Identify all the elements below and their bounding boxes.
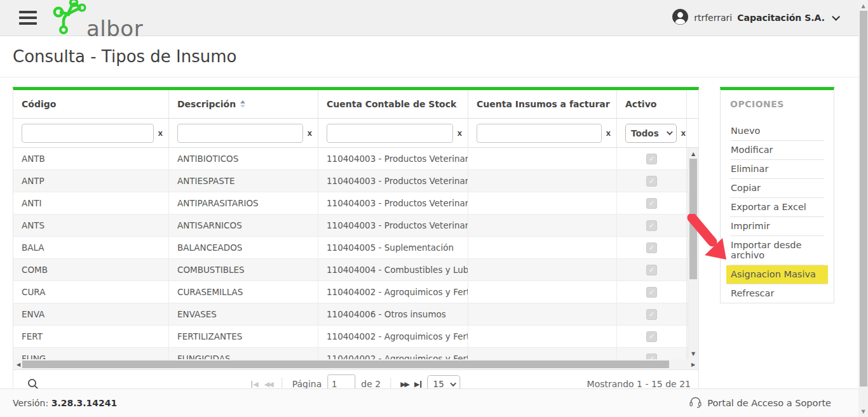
logo-molecule-icon (51, 0, 90, 39)
clear-filter-button[interactable]: x (308, 128, 318, 138)
pager-of-label: de 2 (361, 379, 381, 389)
options-menu-item-imprimir[interactable]: Imprimir (730, 217, 824, 236)
version-number: 3.28.3.14241 (51, 398, 118, 408)
page-scrollbar-thumb[interactable] (860, 11, 867, 387)
active-checkbox-checked-icon (646, 220, 657, 231)
active-checkbox-checked-icon (646, 176, 657, 187)
user-name: rtrferrari (694, 13, 732, 23)
menu-hamburger-button[interactable] (19, 11, 37, 25)
app-logo[interactable]: albor (51, 0, 143, 39)
options-menu-item-importar-desde-archivo[interactable]: Importar desde archivo (730, 236, 824, 265)
filter-codigo-input[interactable] (22, 124, 154, 143)
active-checkbox-checked-icon (646, 309, 657, 320)
column-header-activo[interactable]: Activo (617, 90, 687, 118)
table-row[interactable]: COMB COMBUSTIBLES 110404004 - Combustibl… (13, 259, 698, 281)
active-checkbox-checked-icon (646, 287, 657, 298)
vertical-scrollbar-thumb[interactable] (689, 159, 697, 279)
horizontal-scrollbar-thumb[interactable] (22, 361, 669, 368)
options-list: Nuevo Modificar Eliminar Copiar Exportar… (730, 122, 824, 303)
insumos-table: Código Descripción Cuenta Contable de St… (13, 87, 699, 399)
pager-summary: Mostrando 1 - 15 de 21 (587, 379, 691, 389)
pager-page-label: Página (292, 379, 322, 389)
support-portal-link[interactable]: Portal de Acceso a Soporte (689, 396, 831, 410)
active-checkbox-checked-icon (646, 154, 657, 164)
pager-first-button[interactable]: ◀ (251, 381, 258, 388)
table-filter-row: x x x x Todos x (13, 119, 698, 148)
pager-last-button[interactable]: ▶ (414, 381, 421, 388)
scroll-up-icon[interactable]: ▲ (688, 149, 698, 158)
options-menu-item-copiar[interactable]: Copiar (730, 179, 824, 198)
clear-filter-button[interactable]: x (158, 128, 168, 138)
options-menu-item-refrescar[interactable]: Refrescar (730, 284, 824, 303)
table-header-row: Código Descripción Cuenta Contable de St… (13, 90, 698, 119)
scroll-down-icon[interactable]: ▼ (858, 407, 868, 416)
title-bar: Consulta - Tipos de Insumo (0, 36, 868, 77)
table-row[interactable]: FUNG FUNGICIDAS 110404002 - Agroquimicos… (13, 348, 698, 359)
active-checkbox-checked-icon (646, 354, 657, 360)
page-title: Consulta - Tipos de Insumo (13, 47, 237, 66)
clear-filter-button[interactable]: x (681, 128, 691, 138)
topbar: albor rtrferrari Capacitación S.A. (0, 0, 868, 36)
options-menu-item-eliminar[interactable]: Eliminar (730, 160, 824, 179)
footer: Versión: 3.28.3.14241 Portal de Acceso a… (0, 388, 868, 417)
options-menu-item-modificar[interactable]: Modificar (730, 141, 824, 160)
active-checkbox-checked-icon (646, 198, 657, 209)
table-vertical-scrollbar[interactable]: ▲ ▼ (688, 148, 698, 359)
scroll-down-icon[interactable]: ▼ (688, 349, 698, 358)
sort-icon[interactable] (240, 100, 245, 108)
column-header-cuenta-stock[interactable]: Cuenta Contable de Stock (318, 90, 468, 118)
clear-filter-button[interactable]: x (458, 128, 468, 138)
options-menu-item-nuevo[interactable]: Nuevo (730, 122, 824, 141)
filter-activo-select[interactable]: Todos (625, 124, 677, 143)
table-row[interactable]: CURA CURASEMILLAS 110404002 - Agroquimic… (13, 281, 698, 303)
chevron-down-icon (667, 129, 673, 135)
table-row[interactable]: ANTP ANTIESPASTE 110404003 - Productos V… (13, 170, 698, 192)
filter-descripcion-input[interactable] (177, 124, 303, 143)
chevron-down-icon (451, 380, 457, 387)
avatar-icon (672, 8, 689, 28)
column-header-cuenta-facturar[interactable]: Cuenta Insumos a facturar (468, 90, 617, 118)
table-row[interactable]: ANTB ANTIBIOTICOS 110404003 - Productos … (13, 148, 698, 170)
table-row[interactable]: ANTI ANTIPARASITARIOS 110404003 - Produc… (13, 192, 698, 215)
column-header-descripcion[interactable]: Descripción (169, 90, 318, 118)
options-panel: OPCIONES Nuevo Modificar Eliminar Copiar… (720, 87, 834, 303)
active-checkbox-checked-icon (646, 265, 657, 275)
options-menu-item-exportar-a-excel[interactable]: Exportar a Excel (730, 198, 824, 217)
table-row[interactable]: ENVA ENVASES 110404006 - Otros insumos (13, 303, 698, 326)
scroll-right-icon[interactable]: ▶ (689, 359, 698, 369)
pager-previous-button[interactable]: ◀◀ (264, 381, 273, 388)
user-company: Capacitación S.A. (737, 13, 825, 23)
chevron-down-icon (832, 13, 840, 21)
header-scroll-gutter (687, 90, 698, 118)
filter-cuenta-stock-input[interactable] (327, 124, 453, 143)
scroll-left-icon[interactable]: ◀ (14, 359, 23, 369)
scroll-up-icon[interactable]: ▲ (858, 1, 868, 10)
column-header-codigo[interactable]: Código (13, 90, 169, 118)
table-row[interactable]: BALA BALANCEADOS 110404005 - Suplementac… (13, 237, 698, 259)
active-checkbox-checked-icon (646, 242, 657, 253)
clear-filter-button[interactable]: x (606, 128, 616, 138)
version-text: Versión: 3.28.3.14241 (13, 398, 117, 408)
active-checkbox-checked-icon (646, 331, 657, 342)
headset-icon (689, 396, 702, 410)
options-menu-item-asignacion-masiva[interactable]: Asignacion Masiva (726, 265, 828, 284)
pager-next-button[interactable]: ▶▶ (400, 381, 409, 388)
table-horizontal-scrollbar[interactable]: ◀ ▶ (13, 359, 698, 370)
page-scrollbar[interactable]: ▲ ▼ (858, 0, 868, 417)
user-menu[interactable]: rtrferrari Capacitación S.A. (672, 8, 837, 28)
filter-cuenta-facturar-input[interactable] (477, 124, 602, 143)
table-row[interactable]: FERT FERTILIZANTES 110404002 - Agroquimi… (13, 326, 698, 348)
table-row[interactable]: ANTS ANTISARNICOS 110404003 - Productos … (13, 215, 698, 237)
options-panel-title: OPCIONES (730, 99, 824, 109)
table-body: ANTB ANTIBIOTICOS 110404003 - Productos … (13, 148, 698, 359)
